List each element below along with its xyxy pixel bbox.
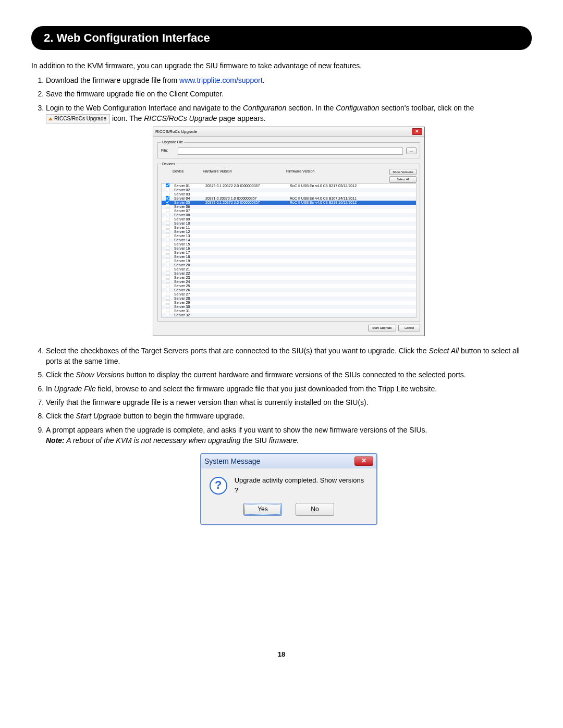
row-checkbox[interactable] xyxy=(165,283,169,288)
s9a: A prompt appears when the upgrade is com… xyxy=(46,426,427,434)
s3a: Login to the Web Configuration Interface… xyxy=(46,104,243,112)
row-checkbox[interactable] xyxy=(165,279,169,283)
row-checkbox[interactable] xyxy=(165,225,169,229)
row-checkbox[interactable] xyxy=(165,238,169,242)
step-7: Verify that the firmware upgrade file is… xyxy=(46,397,532,408)
step-6: In Upgrade File field, browse to and sel… xyxy=(46,384,532,394)
row-checkbox[interactable] xyxy=(165,246,169,250)
window-titlebar: RICCS/RoCs Upgrade ✕ xyxy=(153,127,424,137)
dialog-title: System Message xyxy=(204,456,260,466)
row-checkbox[interactable] xyxy=(165,204,169,208)
s6b: field, browse to and select the firmware… xyxy=(96,385,437,393)
show-versions-button[interactable]: Show Versions xyxy=(389,169,417,176)
s3-conf2: Configuration xyxy=(336,104,379,112)
upgrade-file-legend: Upgrade File xyxy=(161,140,184,145)
riccs-upgrade-icon: RICCS/RoCs Upgrade xyxy=(46,114,110,124)
start-upgrade-button[interactable]: Start Upgrade xyxy=(368,325,396,331)
row-fw: RoC II USB En v4.0 C8 B217 03/12/2012 xyxy=(289,183,416,189)
up-arrow-icon xyxy=(48,117,53,120)
row-checkbox[interactable] xyxy=(165,213,169,217)
dialog-message: Upgrade activity completed. Show version… xyxy=(235,476,368,496)
row-checkbox[interactable] xyxy=(165,200,169,204)
browse-button[interactable]: ... xyxy=(406,147,417,154)
select-all-button[interactable]: Select All xyxy=(389,176,417,183)
row-checkbox[interactable] xyxy=(165,254,169,258)
dialog-close-icon[interactable]: ✕ xyxy=(354,456,373,466)
riccs-icon-label: RICCS/RoCs Upgrade xyxy=(54,116,106,121)
page-number: 18 xyxy=(31,650,532,658)
row-checkbox[interactable] xyxy=(165,250,169,254)
window-title: RICCS/RoCs Upgrade xyxy=(155,129,197,135)
row-checkbox[interactable] xyxy=(165,192,169,196)
file-field[interactable] xyxy=(178,147,403,155)
step-2: Save the firmware upgrade file on the Cl… xyxy=(46,89,532,99)
s3-conf1: Configuration xyxy=(243,104,286,112)
s9-note-fw: firmware. xyxy=(267,436,299,445)
cancel-button[interactable]: Cancel xyxy=(398,325,420,331)
step-9: A prompt appears when the upgrade is com… xyxy=(46,425,532,526)
s9-note-siu: SIU xyxy=(255,436,267,445)
col-device: Device xyxy=(173,169,203,174)
support-link[interactable]: www.tripplite.com/support xyxy=(179,76,263,84)
row-checkbox[interactable] xyxy=(165,288,169,292)
s8a: Click the xyxy=(46,412,76,420)
row-checkbox[interactable] xyxy=(165,221,169,225)
s4-btn: Select All xyxy=(429,347,459,355)
row-checkbox[interactable] xyxy=(165,183,169,188)
s8b: button to begin the firmware upgrade. xyxy=(121,412,245,420)
row-hw: 20373 0.1 20372 2.0 ID00000357 xyxy=(204,200,289,205)
s4a: Select the checkboxes of the Target Serv… xyxy=(46,347,429,355)
row-checkbox[interactable] xyxy=(165,309,169,313)
row-hw: 20373 0.1 20372 2.0 ID00000357 xyxy=(204,183,289,189)
step-3: Login to the Web Configuration Interface… xyxy=(46,103,532,336)
row-checkbox[interactable] xyxy=(165,242,169,246)
no-button[interactable]: No xyxy=(296,503,334,516)
close-icon[interactable]: ✕ xyxy=(412,128,422,135)
question-icon: ? xyxy=(210,477,227,495)
row-checkbox[interactable] xyxy=(165,267,169,271)
s9-note: A reboot of the KVM is not necessary whe… xyxy=(65,436,255,445)
row-device: Server 32 xyxy=(173,313,204,318)
row-checkbox[interactable] xyxy=(165,188,169,192)
row-checkbox[interactable] xyxy=(165,292,169,296)
row-checkbox[interactable] xyxy=(165,196,169,200)
s3e: page appears. xyxy=(217,114,265,122)
row-checkbox[interactable] xyxy=(165,263,169,267)
s6a: In xyxy=(46,385,54,393)
s5a: Click the xyxy=(46,371,76,379)
col-hw: Hardware Version xyxy=(203,169,286,174)
s3b: section. In the xyxy=(286,104,336,112)
s6-field: Upgrade File xyxy=(54,385,96,393)
dialog-titlebar: System Message ✕ xyxy=(201,454,376,468)
s3d: icon. The xyxy=(112,114,144,122)
row-checkbox[interactable] xyxy=(165,271,169,275)
row-checkbox[interactable] xyxy=(165,300,169,304)
row-checkbox[interactable] xyxy=(165,304,169,309)
devices-legend: Devices xyxy=(161,162,176,167)
row-checkbox[interactable] xyxy=(165,275,169,279)
riccs-upgrade-window: RICCS/RoCs Upgrade ✕ Upgrade File File: … xyxy=(153,127,425,336)
intro-text: In addition to the KVM firmware, you can… xyxy=(31,61,532,70)
s3-page: RICCS/RoCs Upgrade xyxy=(144,114,217,122)
row-checkbox[interactable] xyxy=(165,217,169,221)
file-label: File: xyxy=(161,148,175,153)
row-checkbox[interactable] xyxy=(165,296,169,300)
s5-btn: Show Versions xyxy=(76,371,125,379)
upgrade-file-group: Upgrade File File: ... xyxy=(157,140,420,158)
row-checkbox[interactable] xyxy=(165,229,169,233)
row-checkbox[interactable] xyxy=(165,208,169,213)
step-1: Download the firmware upgrade file from … xyxy=(46,75,532,85)
table-row[interactable]: Server 32 xyxy=(162,313,416,317)
row-checkbox[interactable] xyxy=(165,233,169,238)
device-rows: Server 0120373 0.1 20372 2.0 ID00000357R… xyxy=(161,183,417,318)
step-1-b: . xyxy=(263,76,265,84)
row-checkbox[interactable] xyxy=(165,258,169,263)
s8-btn: Start Upgrade xyxy=(76,412,121,420)
devices-group: Devices Device Hardware Version Firmware… xyxy=(157,162,420,322)
row-checkbox[interactable] xyxy=(165,313,169,317)
section-header: 2. Web Configuration Interface xyxy=(31,26,532,50)
col-fw: Firmware Version xyxy=(286,169,389,174)
yes-button[interactable]: Yes xyxy=(243,503,282,516)
system-message-dialog: System Message ✕ ? Upgrade activity comp… xyxy=(200,453,377,525)
s9-note-label: Note: xyxy=(46,436,65,445)
